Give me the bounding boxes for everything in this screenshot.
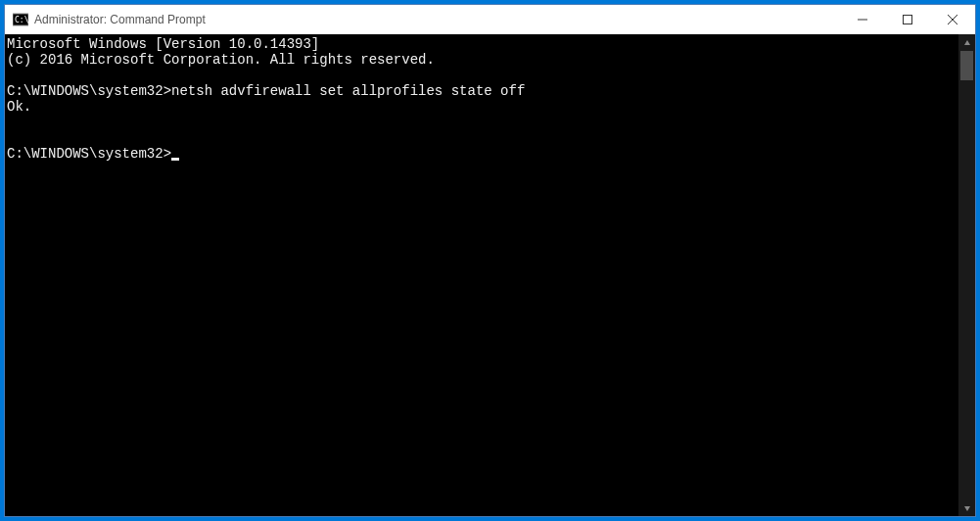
svg-marker-6 [964,40,970,45]
window-title: Administrator: Command Prompt [34,13,840,26]
cmd-icon: C:\ [13,12,28,27]
prompt-text: C:\WINDOWS\system32> [7,146,171,162]
terminal-line: C:\WINDOWS\system32>netsh advfirewall se… [7,83,958,99]
titlebar[interactable]: C:\ Administrator: Command Prompt [5,5,975,34]
terminal-line: (c) 2016 Microsoft Corporation. All righ… [7,52,958,68]
scrollbar[interactable] [958,34,975,516]
cursor-icon [171,158,179,161]
minimize-button[interactable] [840,5,885,34]
terminal-output[interactable]: Microsoft Windows [Version 10.0.14393](c… [5,34,958,516]
svg-rect-3 [904,16,912,24]
maximize-button[interactable] [885,5,930,34]
terminal-prompt-line[interactable]: C:\WINDOWS\system32> [7,146,958,162]
cmd-window: C:\ Administrator: Command Prompt Micros… [4,4,976,517]
svg-text:C:\: C:\ [15,16,28,24]
scrollbar-track[interactable] [958,51,975,499]
window-controls [840,5,975,34]
terminal-line [7,130,958,146]
scrollbar-thumb[interactable] [960,51,973,80]
terminal-area: Microsoft Windows [Version 10.0.14393](c… [5,34,975,516]
scroll-down-arrow-icon[interactable] [958,499,975,516]
scroll-up-arrow-icon[interactable] [958,34,975,51]
terminal-line: Ok. [7,99,958,115]
terminal-line [7,68,958,83]
svg-marker-7 [964,506,970,511]
terminal-line: Microsoft Windows [Version 10.0.14393] [7,36,958,52]
close-button[interactable] [930,5,975,34]
terminal-line [7,115,958,130]
